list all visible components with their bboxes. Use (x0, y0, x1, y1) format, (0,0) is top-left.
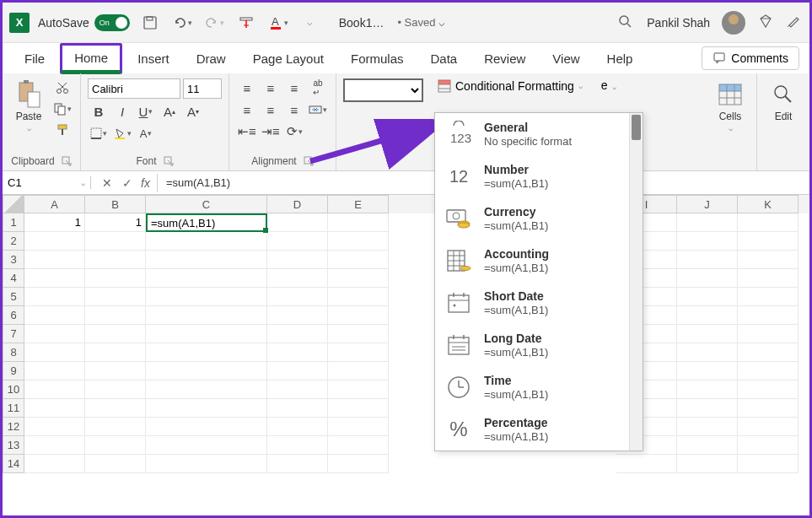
align-top-icon[interactable]: ≡ (236, 78, 258, 97)
cell[interactable] (677, 288, 738, 306)
tab-page-layout[interactable]: Page Layout (241, 46, 336, 71)
row-header[interactable]: 2 (3, 232, 24, 251)
cell[interactable] (738, 380, 799, 399)
cell[interactable] (328, 455, 389, 473)
cell[interactable] (85, 251, 146, 269)
col-header[interactable]: K (738, 195, 799, 213)
cell[interactable] (677, 380, 738, 399)
tab-view[interactable]: View (540, 46, 591, 71)
col-header[interactable]: D (267, 195, 328, 213)
cell[interactable] (85, 288, 146, 306)
copy-icon[interactable]: ▾ (51, 100, 73, 118)
cell[interactable] (328, 251, 389, 269)
cell[interactable] (24, 251, 85, 269)
user-avatar[interactable] (722, 11, 745, 35)
cell-b1[interactable]: 1 (85, 213, 146, 232)
col-header[interactable]: J (677, 195, 738, 213)
document-title[interactable]: Book1… (339, 16, 384, 30)
cell[interactable] (328, 213, 389, 232)
cell[interactable] (85, 399, 146, 418)
cell[interactable] (267, 380, 328, 399)
cell[interactable] (24, 399, 85, 418)
enter-icon[interactable]: ✓ (118, 174, 137, 192)
autosave-toggle[interactable]: AutoSave On (38, 14, 130, 31)
cell[interactable] (267, 325, 328, 343)
tab-data[interactable]: Data (418, 46, 469, 71)
align-center-icon[interactable]: ≡ (260, 100, 282, 119)
font-color-icon[interactable]: A▾ (135, 124, 157, 143)
select-all-button[interactable] (3, 195, 24, 213)
cell[interactable] (146, 436, 267, 455)
increase-indent-icon[interactable]: ⇥≡ (260, 122, 282, 141)
cell[interactable] (738, 213, 799, 232)
format-icon[interactable] (234, 11, 258, 35)
tab-review[interactable]: Review (472, 46, 537, 71)
align-right-icon[interactable]: ≡ (283, 100, 305, 119)
fx-icon[interactable]: fx (141, 176, 150, 190)
cell[interactable] (24, 455, 85, 473)
dialog-launcher-icon[interactable] (304, 156, 314, 166)
cell[interactable] (677, 325, 738, 343)
dialog-launcher-icon[interactable] (164, 156, 174, 166)
cell[interactable] (267, 232, 328, 251)
row-header[interactable]: 11 (3, 399, 24, 418)
toggle-switch[interactable]: On (94, 14, 130, 31)
cell[interactable] (146, 343, 267, 362)
cell[interactable] (677, 455, 738, 473)
cell[interactable] (738, 306, 799, 325)
cell[interactable] (146, 269, 267, 288)
cell[interactable] (677, 232, 738, 251)
cell[interactable] (24, 306, 85, 325)
cell[interactable] (146, 399, 267, 418)
cell[interactable] (267, 251, 328, 269)
row-header[interactable]: 14 (3, 455, 24, 473)
cell[interactable] (146, 232, 267, 251)
cell[interactable] (24, 343, 85, 362)
font-name-select[interactable] (88, 78, 180, 99)
cell[interactable] (738, 418, 799, 436)
cell[interactable] (677, 362, 738, 380)
cell[interactable] (328, 325, 389, 343)
cell[interactable] (267, 436, 328, 455)
align-middle-icon[interactable]: ≡ (260, 78, 282, 97)
cell[interactable] (677, 306, 738, 325)
cell[interactable] (267, 455, 328, 473)
cell[interactable] (85, 362, 146, 380)
italic-icon[interactable]: I (111, 102, 133, 121)
tab-formulas[interactable]: Formulas (339, 46, 416, 71)
dialog-launcher-icon[interactable] (62, 156, 72, 166)
cell[interactable] (677, 269, 738, 288)
undo-icon[interactable]: ▾ (170, 11, 194, 35)
cell[interactable] (24, 232, 85, 251)
format-general[interactable]: 123 GeneralNo specific format (435, 113, 643, 155)
format-percentage[interactable]: % Percentage=sum(A1,B1) (435, 408, 643, 451)
bold-icon[interactable]: B (88, 102, 110, 121)
more-icon[interactable]: ⌵ (298, 11, 322, 35)
editing-button[interactable]: Edit (764, 78, 803, 124)
cell-c1[interactable]: =sum(A1,B1) (146, 213, 267, 232)
font-color-icon[interactable]: A▾ (266, 11, 290, 35)
cell[interactable] (267, 418, 328, 436)
cell[interactable] (24, 288, 85, 306)
cell[interactable] (85, 436, 146, 455)
underline-icon[interactable]: U▾ (135, 102, 157, 121)
format-long-date[interactable]: Long Date=sum(A1,B1) (435, 324, 643, 366)
row-header[interactable]: 5 (3, 288, 24, 306)
cell[interactable] (267, 288, 328, 306)
pen-icon[interactable] (786, 13, 803, 33)
cell[interactable] (267, 213, 328, 232)
cell[interactable] (24, 380, 85, 399)
font-size-select[interactable] (183, 78, 222, 99)
row-header[interactable]: 12 (3, 418, 24, 436)
saved-status[interactable]: • Saved ⌵ (397, 16, 445, 29)
name-box[interactable]: C1 ⌵ (3, 176, 91, 189)
cell[interactable] (616, 455, 677, 473)
row-header[interactable]: 4 (3, 269, 24, 288)
tab-draw[interactable]: Draw (185, 46, 238, 71)
cell[interactable] (85, 269, 146, 288)
row-header[interactable]: 13 (3, 436, 24, 455)
cell[interactable] (146, 251, 267, 269)
cell[interactable] (738, 399, 799, 418)
borders-icon[interactable]: ▾ (88, 124, 110, 143)
merge-icon[interactable]: ▾ (307, 100, 329, 119)
